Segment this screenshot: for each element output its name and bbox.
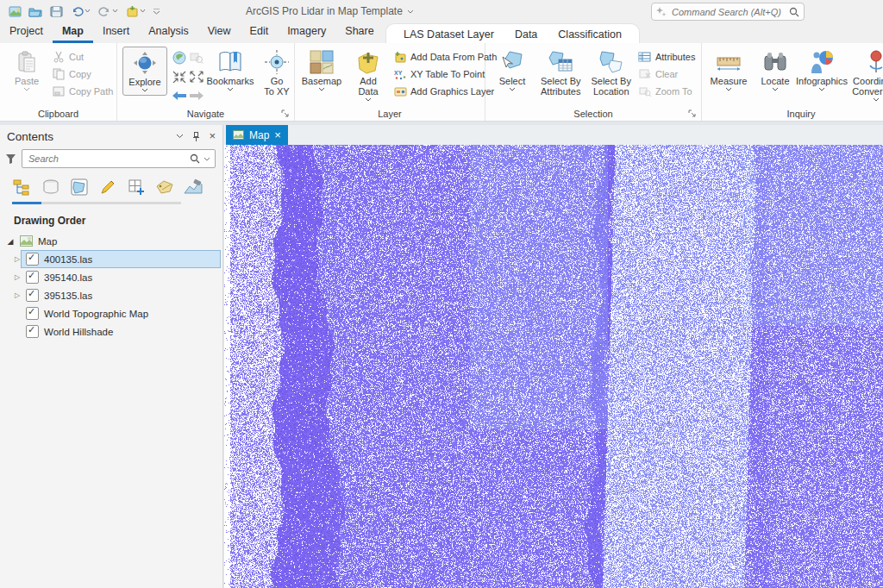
basemap-dropdown[interactable] bbox=[318, 87, 325, 91]
layer-4-checkbox[interactable] bbox=[26, 325, 39, 338]
clear-icon bbox=[638, 67, 652, 81]
paste-dropdown[interactable] bbox=[23, 87, 30, 91]
list-by-selection-button[interactable] bbox=[69, 177, 90, 197]
funnel-icon[interactable] bbox=[5, 153, 16, 165]
coordinate-conversion-dropdown[interactable] bbox=[873, 97, 880, 102]
tab-data[interactable]: Data bbox=[504, 27, 548, 42]
select-by-attributes-button[interactable]: Select By Attributes bbox=[537, 47, 584, 99]
map-tab-close-icon[interactable]: × bbox=[274, 129, 281, 141]
paste-button[interactable]: Paste bbox=[5, 47, 48, 94]
tab-las-dataset-layer[interactable]: LAS Dataset Layer bbox=[393, 27, 504, 42]
copy-path-button[interactable]: Copy Path bbox=[52, 84, 113, 98]
list-by-drawing-order-button[interactable] bbox=[12, 177, 33, 197]
add-graphics-layer-button[interactable]: Add Graphics Layer bbox=[393, 84, 497, 98]
infographics-button[interactable]: Infographics bbox=[800, 47, 843, 94]
tab-map[interactable]: Map bbox=[53, 22, 93, 43]
contents-search-input[interactable] bbox=[27, 153, 186, 165]
pin-icon[interactable] bbox=[192, 132, 200, 141]
command-search-input[interactable] bbox=[670, 6, 786, 18]
add-item-dropdown[interactable] bbox=[140, 9, 146, 13]
fixed-zoom-out-button[interactable] bbox=[190, 71, 204, 83]
redo-button[interactable] bbox=[95, 3, 121, 20]
tree-item-layer-0[interactable]: ▷ 400135.las bbox=[0, 250, 222, 268]
tab-share[interactable]: Share bbox=[335, 22, 383, 43]
layer-2-checkbox[interactable] bbox=[26, 289, 39, 302]
map-document-tab[interactable]: Map × bbox=[226, 125, 288, 145]
layer-3-checkbox[interactable] bbox=[26, 307, 39, 320]
expand-arrow-icon[interactable]: ▷ bbox=[12, 291, 22, 299]
bookmarks-dropdown[interactable] bbox=[227, 87, 234, 91]
tree-item-layer-1[interactable]: ▷ 395140.las bbox=[0, 268, 222, 286]
bookmarks-button[interactable]: Bookmarks bbox=[209, 47, 252, 94]
basemap-button[interactable]: Basemap bbox=[300, 47, 343, 94]
panel-menu-chevron-icon[interactable] bbox=[176, 134, 184, 139]
locate-dropdown[interactable] bbox=[772, 87, 779, 91]
layer-1-checkbox[interactable] bbox=[26, 271, 39, 284]
measure-button[interactable]: Measure bbox=[707, 47, 750, 94]
undo-dropdown[interactable] bbox=[85, 9, 91, 13]
clear-button[interactable]: Clear bbox=[638, 67, 695, 81]
undo-button[interactable] bbox=[67, 3, 93, 20]
coordinate-conversion-button[interactable]: Coordinate Conversion bbox=[847, 47, 883, 104]
go-to-xy-button[interactable]: Go To XY bbox=[255, 47, 298, 99]
add-data-button[interactable]: Add Data bbox=[347, 47, 390, 104]
previous-extent-button[interactable] bbox=[172, 91, 187, 101]
tab-classification[interactable]: Classification bbox=[548, 27, 632, 42]
tab-view[interactable]: View bbox=[198, 22, 241, 43]
tab-insert[interactable]: Insert bbox=[93, 22, 139, 43]
customize-qat-button[interactable] bbox=[150, 7, 163, 16]
full-extent-button[interactable] bbox=[172, 51, 186, 65]
measure-dropdown[interactable] bbox=[725, 87, 732, 91]
list-by-charts-button[interactable] bbox=[183, 177, 204, 197]
zoom-to-button[interactable]: Zoom To bbox=[638, 84, 695, 98]
infographics-dropdown[interactable] bbox=[818, 87, 825, 91]
explore-dropdown[interactable] bbox=[141, 88, 148, 92]
contents-search-icon[interactable] bbox=[190, 153, 200, 164]
add-item-button[interactable] bbox=[122, 3, 148, 20]
map-canvas[interactable] bbox=[224, 145, 883, 588]
command-search[interactable] bbox=[651, 3, 805, 21]
close-panel-icon[interactable]: × bbox=[209, 132, 216, 141]
selection-launcher-icon[interactable] bbox=[688, 109, 697, 118]
select-dropdown[interactable] bbox=[509, 87, 516, 91]
list-by-snapping-button[interactable] bbox=[154, 177, 175, 197]
go-to-xy-icon bbox=[264, 49, 290, 75]
app-title-dropdown[interactable] bbox=[407, 9, 414, 14]
select-by-location-button[interactable]: Select By Location bbox=[587, 47, 634, 99]
expand-arrow-icon[interactable]: ▷ bbox=[12, 273, 22, 281]
tree-item-layer-4[interactable]: World Hillshade bbox=[0, 322, 222, 341]
copy-button[interactable]: Copy bbox=[52, 67, 113, 81]
tree-item-layer-3[interactable]: World Topographic Map bbox=[0, 304, 222, 322]
cut-button[interactable]: Cut bbox=[52, 50, 113, 64]
next-extent-button[interactable] bbox=[189, 91, 204, 101]
tree-item-map[interactable]: ◢ Map bbox=[0, 232, 222, 250]
add-data-dropdown[interactable] bbox=[365, 97, 372, 102]
list-by-editing-button[interactable] bbox=[97, 177, 118, 197]
attributes-button[interactable]: Attributes bbox=[638, 50, 695, 64]
tree-item-layer-2[interactable]: ▷ 395135.las bbox=[0, 286, 222, 304]
new-project-button[interactable] bbox=[5, 3, 24, 20]
zoom-to-selection-button[interactable] bbox=[190, 51, 204, 65]
select-button[interactable]: Select bbox=[491, 47, 534, 94]
list-by-labeling-button[interactable] bbox=[126, 177, 147, 197]
explore-button[interactable]: Explore bbox=[122, 47, 167, 96]
layer-0-checkbox[interactable] bbox=[26, 253, 39, 266]
xy-table-to-point-button[interactable]: XYXY Table To Point bbox=[393, 67, 497, 81]
tab-edit[interactable]: Edit bbox=[241, 22, 279, 43]
group-clipboard: Paste Cut Copy Copy Path Clipboard bbox=[0, 43, 117, 121]
save-project-button[interactable] bbox=[47, 3, 66, 20]
locate-button[interactable]: Locate bbox=[754, 47, 797, 94]
expand-arrow-icon[interactable]: ▷ bbox=[12, 255, 22, 263]
navigate-launcher-icon[interactable] bbox=[281, 109, 290, 118]
add-data-from-path-button[interactable]: Add Data From Path bbox=[393, 50, 497, 64]
contents-search-box[interactable] bbox=[22, 149, 216, 168]
list-by-data-source-button[interactable] bbox=[41, 177, 61, 197]
collapse-arrow-icon[interactable]: ◢ bbox=[5, 237, 16, 246]
contents-search-chevron-icon[interactable] bbox=[204, 157, 210, 161]
tab-imagery[interactable]: Imagery bbox=[278, 22, 335, 43]
tab-project[interactable]: Project bbox=[0, 22, 53, 43]
tab-analysis[interactable]: Analysis bbox=[139, 22, 198, 43]
open-project-button[interactable] bbox=[26, 3, 45, 20]
fixed-zoom-in-button[interactable] bbox=[172, 71, 186, 83]
redo-dropdown[interactable] bbox=[112, 9, 118, 13]
